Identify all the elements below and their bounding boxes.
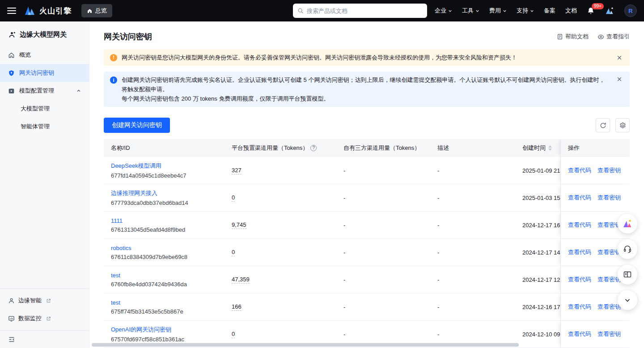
nav-menu-billing[interactable]: 费用 [489, 7, 507, 15]
customer-service-button[interactable] [618, 239, 637, 259]
nav-menu-tools-label: 工具 [462, 7, 474, 15]
nav-link-beian[interactable]: 备案 [544, 7, 555, 15]
column-header-name-id: 名称/ID [104, 139, 225, 157]
volcengine-logo-icon [24, 6, 36, 16]
sidebar-item-agent-management[interactable]: 智能体管理 [0, 118, 89, 136]
third-party-usage-value: - [336, 266, 430, 293]
created-time-value: 2024-12-16 17:4 [515, 293, 560, 320]
key-name-link[interactable]: 1111 [111, 217, 123, 224]
third-party-usage-value: - [336, 293, 430, 320]
edge-ai-gateway-product-icon [8, 31, 16, 39]
avatar-initial: R [628, 8, 632, 14]
warning-alert-text: 网关访问密钥是您访问大模型网关的身份凭证。请务必妥善保管网关访问密钥。网关访问密… [122, 53, 608, 62]
platform-usage-value[interactable]: 166 [232, 303, 242, 311]
key-id: 67570fd697cf58c851b361ac [111, 336, 184, 343]
refresh-button[interactable] [596, 118, 610, 132]
nav-overview-tab[interactable]: 总览 [81, 4, 112, 17]
sidebar-item-overview[interactable]: 概览 [0, 46, 89, 64]
notifications-button[interactable]: 99+ [587, 7, 595, 15]
sidebar-item-llm-management[interactable]: 大模型管理 [0, 100, 89, 118]
sidebar-menu: 概览 网关访问密钥 模型配置管理 大模型管理 智能体管理 [0, 46, 89, 136]
gear-icon [619, 122, 626, 129]
create-access-key-button[interactable]: 创建网关访问密钥 [104, 118, 170, 133]
promo-assistant-icon [622, 218, 633, 229]
sort-icon[interactable] [548, 145, 552, 151]
page-header: 网关访问密钥 帮助文档 查看指引 [104, 21, 630, 49]
platform-usage-value[interactable]: 0 [232, 194, 235, 202]
nav-menu-support-label: 支持 [517, 7, 528, 15]
key-name-link[interactable]: DeepSeek模型调用 [111, 162, 161, 170]
key-name-link[interactable]: 边缘推理网关接入 [111, 189, 157, 197]
model-config-icon [8, 88, 15, 94]
view-key-link[interactable]: 查看密钥 [597, 166, 621, 174]
brand-logo[interactable]: 火山引擎 [24, 6, 72, 16]
nav-menu-support[interactable]: 支持 [517, 7, 534, 15]
sidebar-item-data-monitoring[interactable]: 数据监控 [0, 310, 89, 327]
sidebar-item-edge-intelligence[interactable]: 边缘智能 [0, 292, 89, 310]
help-doc-label: 帮助文档 [565, 33, 589, 41]
view-code-link[interactable]: 查看代码 [568, 221, 591, 229]
column-header-created-time[interactable]: 创建时间 [515, 139, 560, 157]
sidebar-footer: 边缘智能 数据监控 [0, 289, 89, 330]
nav-link-docs[interactable]: 文档 [565, 7, 577, 15]
key-name-link[interactable]: test [111, 299, 120, 306]
main-content: 网关访问密钥 帮助文档 查看指引 ! 网关访问密钥是您访问大模型网关的身份凭证。… [89, 21, 644, 348]
search-input[interactable] [307, 8, 423, 14]
nav-menu-enterprise[interactable]: 企业 [435, 7, 452, 15]
created-time-value: 2024-12-17 16:0 [515, 212, 560, 238]
platform-usage-value[interactable]: 0 [232, 331, 235, 338]
table-row: test 675ff74f5b31453e5c5b867e 166 - - 20… [104, 293, 630, 321]
view-key-link[interactable]: 查看密钥 [597, 194, 621, 202]
sidebar-item-model-config[interactable]: 模型配置管理 [0, 82, 89, 100]
view-code-link[interactable]: 查看代码 [568, 166, 591, 174]
docs-manual-button[interactable] [618, 265, 637, 284]
scroll-collapse-button[interactable] [618, 290, 637, 310]
key-name-link[interactable]: robotics [111, 245, 131, 251]
question-circle-icon[interactable]: ? [310, 145, 317, 151]
created-time-value: 2025-01-03 15:3 [515, 184, 560, 211]
table-row: DeepSeek模型调用 677fd14a05945c1d8eebe4c7 32… [104, 157, 630, 184]
platform-usage-value[interactable]: 9,745 [232, 221, 246, 229]
platform-usage-value[interactable]: 0 [232, 249, 235, 256]
key-name-link[interactable]: OpenAI的网关访问密钥 [111, 326, 171, 334]
view-code-link[interactable]: 查看代码 [568, 330, 591, 338]
platform-usage-value[interactable]: 47,359 [232, 276, 250, 284]
info-alert-text: 创建网关访问密钥前请先完成账号实名认证。企业认证账号默认可创建 5 个网关访问密… [122, 75, 608, 103]
sidebar-product-title: 边缘大模型网关 [0, 21, 89, 46]
overview-icon [8, 52, 15, 59]
view-guide-label: 查看指引 [606, 33, 630, 41]
third-party-usage-value: - [336, 157, 430, 184]
view-code-link[interactable]: 查看代码 [568, 248, 591, 256]
key-id: 677fd14a05945c1d8eebe4c7 [111, 172, 186, 179]
chevron-down-icon [530, 9, 534, 13]
avatar[interactable]: R [624, 4, 637, 17]
description-value: - [430, 239, 515, 266]
sidebar-item-agent-management-label: 智能体管理 [21, 123, 50, 131]
chevron-down-icon [503, 9, 507, 13]
horizontal-scrollbar[interactable] [92, 343, 519, 347]
close-icon[interactable] [615, 75, 623, 83]
ai-assistant-button[interactable] [605, 6, 614, 15]
help-doc-link[interactable]: 帮助文档 [557, 33, 589, 41]
close-icon[interactable] [615, 54, 623, 62]
sidebar-item-gateway-access-keys[interactable]: 网关访问密钥 [0, 64, 89, 82]
view-key-link[interactable]: 查看密钥 [597, 330, 621, 338]
collapse-sidebar-icon[interactable] [8, 336, 15, 343]
table-header-row: 名称/ID 平台预置渠道用量（Tokens） ? 自有三方渠道用量（Tokens… [104, 139, 630, 157]
key-name-link[interactable]: test [111, 272, 120, 279]
info-alert-line-2: 每个网关访问密钥包含 200 万 tokens 免费调用额度，仅限于调用平台预置… [122, 94, 608, 103]
hamburger-menu-icon[interactable] [7, 8, 16, 14]
promo-assistant-button[interactable] [618, 214, 637, 233]
view-code-link[interactable]: 查看代码 [568, 194, 591, 202]
nav-menu-tools[interactable]: 工具 [462, 7, 479, 15]
view-code-link[interactable]: 查看代码 [568, 303, 591, 311]
table-row: robotics 67611c8384309d7b9ebe69c8 0 - - … [104, 239, 630, 266]
created-time-value: 2024-12-17 14:3 [515, 239, 560, 266]
platform-usage-value[interactable]: 327 [232, 167, 242, 174]
global-search[interactable] [293, 4, 427, 18]
column-settings-button[interactable] [615, 118, 630, 132]
third-party-usage-value: - [336, 212, 430, 238]
view-code-link[interactable]: 查看代码 [568, 276, 591, 284]
view-guide-link[interactable]: 查看指引 [597, 33, 630, 41]
page-title: 网关访问密钥 [104, 31, 152, 42]
